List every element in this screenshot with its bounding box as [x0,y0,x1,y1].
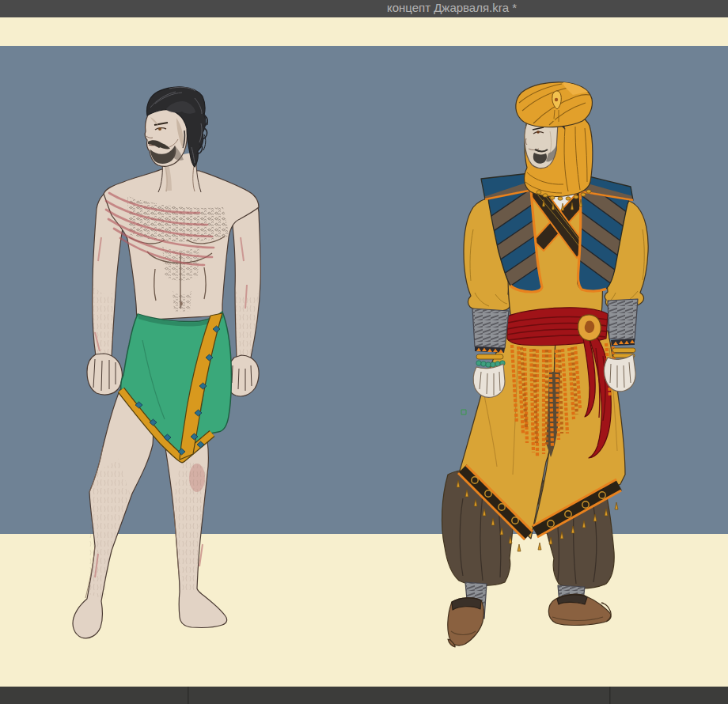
svg-text:концепт Джарваля.kra *: концепт Джарваля.kra * [387,1,517,14]
